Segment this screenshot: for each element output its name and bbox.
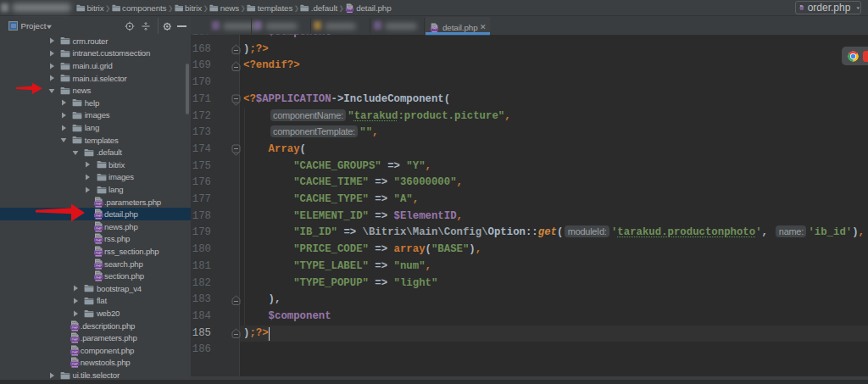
svg-text:PHP: PHP: [71, 349, 78, 353]
svg-text:PHP: PHP: [71, 362, 78, 366]
svg-text:PHP: PHP: [96, 214, 103, 218]
svg-text:PHP: PHP: [96, 225, 103, 230]
svg-text:PHP: PHP: [71, 337, 78, 342]
svg-text:PHP: PHP: [431, 27, 438, 31]
svg-text:PHP: PHP: [96, 251, 103, 255]
svg-text:PHP: PHP: [96, 238, 103, 242]
svg-text:PHP: PHP: [96, 263, 103, 267]
svg-text:PHP: PHP: [96, 275, 103, 280]
svg-text:PHP: PHP: [96, 201, 103, 205]
svg-text:PHP: PHP: [347, 8, 353, 11]
svg-text:PHP: PHP: [71, 325, 78, 329]
